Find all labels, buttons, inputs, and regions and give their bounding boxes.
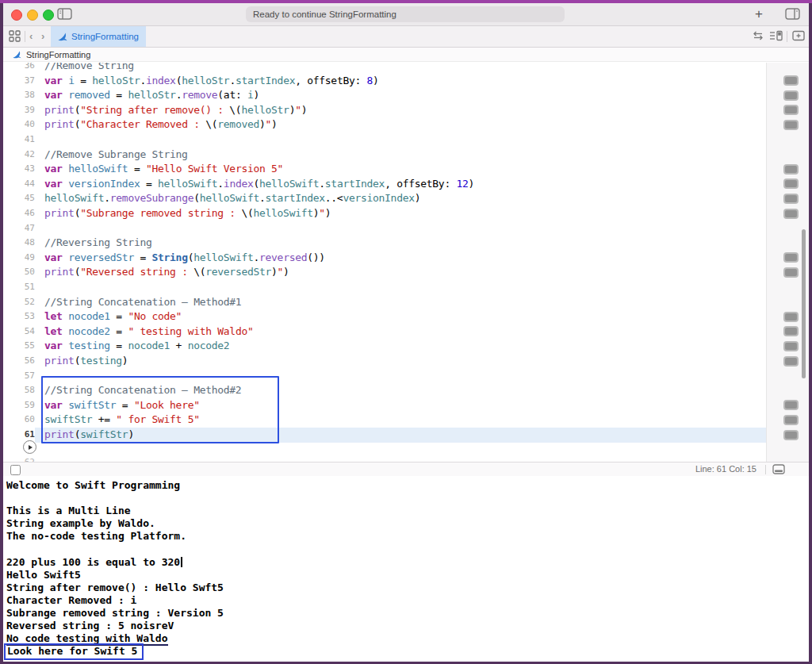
line-number: 53 (3, 311, 35, 321)
line-number: 59 (3, 400, 35, 410)
line-number: 54 (3, 326, 35, 336)
result-button-line-40[interactable] (783, 120, 799, 130)
breadcrumb[interactable]: StringFormatting (3, 48, 809, 62)
back-button[interactable]: ‹ (29, 31, 33, 42)
code-line-46[interactable]: 46print("Subrange removed string : \(hel… (3, 206, 766, 221)
minimize-button[interactable] (27, 10, 38, 21)
code-text: var removed = helloStr.remove(at: i) (44, 89, 259, 101)
code-text: print("Character Removed : \(removed)") (44, 118, 278, 130)
console-line: String after remove() : Hello Swft5 (6, 581, 809, 594)
code-line-36[interactable]: 36//Remove String (3, 63, 766, 74)
line-number: 42 (3, 149, 35, 159)
editor-scrollbar[interactable] (802, 229, 806, 378)
code-text: let nocode1 = "No code" (44, 310, 182, 322)
console-line: The no-code testing Platform. (6, 530, 809, 543)
result-button-line-37[interactable] (783, 75, 799, 86)
code-line-39[interactable]: 39print("String after remove() : \(hello… (3, 103, 766, 118)
result-button-line-61[interactable] (783, 430, 799, 440)
result-button-line-50[interactable] (783, 267, 799, 278)
tab-stringformatting[interactable]: StringFormatting (51, 26, 146, 47)
line-number: 48 (3, 237, 35, 248)
code-line-42[interactable]: 42//Remove Subrange String (3, 148, 766, 163)
text-caret (181, 557, 182, 567)
result-button-line-60[interactable] (783, 415, 799, 425)
code-line-51[interactable]: 51 (3, 280, 766, 295)
code-line-45[interactable]: 45helloSwift.removeSubrange(helloSwift.s… (3, 191, 766, 206)
code-line-37[interactable]: 37var i = helloStr.index(helloStr.startI… (3, 74, 766, 89)
add-tab-button[interactable]: + (750, 6, 768, 23)
console-output[interactable]: Welcome to Swift ProgrammingThis is a Mu… (3, 476, 809, 662)
title-bar: Ready to continue StringFormatting + (3, 3, 809, 26)
console-line: 220 plus 100 is equal to 320 (6, 556, 809, 569)
console-line (6, 492, 809, 505)
code-line-41[interactable]: 41 (3, 132, 766, 148)
left-sidebar-toggle-icon[interactable] (57, 8, 72, 20)
code-line-44[interactable]: 44var versionIndex = helloSwift.index(he… (3, 177, 766, 192)
code-text: var versionIndex = helloSwift.index(hell… (44, 178, 474, 190)
code-line-55[interactable]: 55var testing = nocode1 + nocode2 (3, 339, 766, 354)
result-button-line-56[interactable] (783, 356, 799, 367)
code-text: var reversedStr = String(helloSwift.reve… (44, 251, 325, 263)
result-button-line-46[interactable] (783, 209, 799, 219)
code-line-43[interactable]: 43var helloSwift = "Hello Swift Version … (3, 162, 766, 177)
code-text: //Remove Subrange String (44, 148, 188, 160)
related-items-icon[interactable] (9, 30, 21, 42)
code-text: //Remove String (44, 63, 134, 71)
result-button-line-54[interactable] (783, 326, 799, 336)
annotation-box-code (41, 376, 279, 443)
code-line-50[interactable]: 50print("Reversed string : \(reversedStr… (3, 265, 766, 280)
result-button-line-55[interactable] (783, 341, 799, 351)
code-line-40[interactable]: 40print("Character Removed : \(removed)"… (3, 117, 766, 132)
code-text: //String Concatenation – Method#1 (44, 296, 241, 308)
line-number: 45 (3, 193, 35, 203)
split-editor-icon[interactable] (792, 30, 805, 41)
breadcrumb-file-label: StringFormatting (26, 50, 90, 59)
line-number: 57 (3, 370, 35, 381)
line-number: 50 (3, 267, 35, 277)
run-playground-button[interactable] (23, 440, 36, 454)
line-number: 60 (3, 414, 35, 424)
result-button-line-53[interactable] (783, 312, 799, 322)
minimap-icon[interactable] (769, 30, 783, 41)
code-text: print("Subrange removed string : \(hello… (44, 207, 331, 219)
breakpoint-toggle-icon[interactable] (10, 465, 21, 475)
line-number: 47 (3, 223, 35, 233)
forward-button[interactable]: › (41, 31, 44, 42)
result-button-line-49[interactable] (783, 252, 799, 263)
code-line-47[interactable]: 47 (3, 221, 766, 236)
code-line-48[interactable]: 48//Reversing String (3, 236, 766, 251)
code-line-49[interactable]: 49var reversedStr = String(helloSwift.re… (3, 251, 766, 266)
code-line-56[interactable]: 56print(testing) (3, 354, 766, 369)
console-line: Subrange removed string : Version 5 (6, 607, 809, 620)
console-toggle-icon[interactable] (772, 464, 785, 474)
line-number: 56 (3, 355, 35, 366)
code-text: var i = helloStr.index(helloStr.startInd… (44, 75, 379, 86)
right-sidebar-toggle-icon[interactable] (785, 8, 800, 20)
code-review-icon[interactable] (752, 30, 764, 41)
result-button-line-39[interactable] (783, 105, 799, 115)
code-editor[interactable]: 36//Remove String37var i = helloStr.inde… (3, 63, 809, 462)
line-number: 58 (3, 385, 35, 395)
result-button-line-38[interactable] (783, 90, 799, 101)
result-button-line-59[interactable] (783, 400, 799, 410)
line-number: 36 (3, 63, 35, 71)
close-button[interactable] (11, 10, 22, 21)
code-line-53[interactable]: 53let nocode1 = "No code" (3, 309, 766, 324)
console-line: Hello Swift5 (6, 569, 809, 581)
console-line: Look here for Swift 5 (6, 645, 809, 658)
xcode-window: Ready to continue StringFormatting + ‹ ›… (3, 3, 809, 662)
code-line-52[interactable]: 52//String Concatenation – Method#1 (3, 295, 766, 310)
line-number: 51 (3, 282, 35, 292)
result-button-line-45[interactable] (783, 194, 799, 204)
divider (25, 31, 25, 42)
code-line-38[interactable]: 38var removed = helloStr.remove(at: i) (3, 88, 766, 103)
code-text: var helloSwift = "Hello Swift Version 5" (44, 163, 283, 175)
result-button-line-43[interactable] (783, 164, 799, 175)
line-number: 55 (3, 340, 35, 351)
line-number: 49 (3, 252, 35, 263)
code-line-54[interactable]: 54let nocode2 = " testing with Waldo" (3, 324, 766, 340)
result-button-line-44[interactable] (783, 178, 799, 189)
line-number: 43 (3, 163, 35, 174)
zoom-button[interactable] (43, 10, 54, 21)
line-number: 40 (3, 119, 35, 129)
